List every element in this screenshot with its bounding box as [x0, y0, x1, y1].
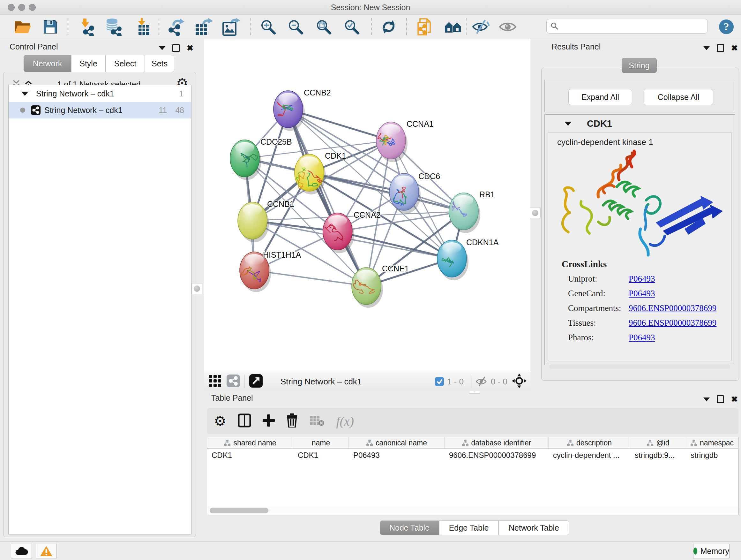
gene-section-header[interactable]: CDK1	[545, 115, 735, 132]
maximize-panel-icon[interactable]	[172, 44, 180, 52]
node-CCNB2[interactable]: CCNB2	[273, 88, 331, 131]
create-column-button[interactable]	[263, 414, 275, 428]
zoom-selected-button[interactable]	[343, 17, 360, 36]
table-cell[interactable]: 9606.ENSP00000378699	[445, 451, 549, 460]
node-RB1[interactable]: RB1	[449, 190, 495, 233]
edge-CCNB2-CCNE1[interactable]	[288, 109, 366, 286]
scrollbar-thumb[interactable]	[210, 508, 268, 513]
edge-HIST1H1A-CCNE1[interactable]	[254, 270, 366, 286]
open-session-button[interactable]	[13, 17, 32, 36]
zoom-in-button[interactable]	[259, 17, 277, 36]
detach-view-button[interactable]	[249, 374, 263, 389]
string-network-graph[interactable]: CCNB2CCNA1CDC25BCDK1CDC6RB1CCNB1CCNA2CDK…	[204, 39, 530, 372]
crosslink-value-link[interactable]: P06493	[629, 333, 655, 343]
cloud-status-button[interactable]	[11, 544, 32, 558]
table-row[interactable]: CDK1CDK1P064939606.ENSP00000378699cyclin…	[207, 449, 738, 461]
crosslink-value-link[interactable]: P06493	[629, 274, 655, 284]
hide-selected-button[interactable]	[472, 17, 490, 36]
network-view-mode-button[interactable]	[226, 374, 240, 388]
function-builder-button[interactable]: f(x)	[336, 414, 354, 429]
svg-text:?: ?	[724, 21, 729, 33]
node-CCNE1[interactable]: CCNE1	[352, 264, 409, 308]
node-CDC25B[interactable]: CDC25B	[230, 137, 292, 180]
tab-string[interactable]: String	[622, 58, 657, 73]
network-row[interactable]: String Network – cdk1 11 48	[9, 102, 191, 118]
tab-edge-table[interactable]: Edge Table	[439, 520, 498, 535]
close-panel-icon[interactable]: ✖	[187, 44, 193, 52]
tab-select[interactable]: Select	[106, 55, 145, 72]
network-canvas[interactable]: CCNB2CCNA1CDC25BCDK1CDC6RB1CCNB1CCNA2CDK…	[204, 39, 530, 372]
import-table-from-file-button[interactable]	[133, 17, 152, 36]
zoom-fit-content-button[interactable]	[315, 17, 333, 36]
table-cell[interactable]: P06493	[349, 451, 445, 460]
tab-style[interactable]: Style	[71, 55, 106, 72]
delete-table-button[interactable]	[309, 415, 325, 428]
left-splitter-handle[interactable]	[192, 283, 202, 294]
selected-checkbox-icon[interactable]	[435, 377, 444, 386]
node-CCNB1[interactable]: CCNB1	[238, 199, 294, 242]
close-panel-icon[interactable]: ✖	[731, 44, 738, 52]
grid-view-button[interactable]	[209, 374, 221, 388]
float-panel-icon[interactable]	[703, 46, 710, 50]
column-header-database-identifier[interactable]: database identifier	[445, 437, 549, 449]
crosslinks-list: Uniprot:P06493GeneCard:P06493Compartment…	[548, 269, 731, 345]
column-header-description[interactable]: description	[549, 437, 630, 449]
table-cell[interactable]: CDK1	[207, 451, 293, 460]
float-panel-icon[interactable]	[703, 397, 710, 401]
table-cell[interactable]: stringdb:9...	[630, 451, 686, 460]
table-cell[interactable]: stringdb	[686, 451, 738, 460]
show-columns-button[interactable]	[238, 414, 251, 429]
memory-button[interactable]: Memory	[693, 544, 730, 558]
collection-expanded-triangle-icon[interactable]	[21, 91, 28, 96]
maximize-panel-icon[interactable]	[717, 395, 724, 403]
section-expanded-triangle-icon[interactable]	[564, 122, 571, 126]
column-header-canonical-name[interactable]: canonical name	[349, 437, 445, 449]
apply-preferred-layout-button[interactable]	[380, 17, 398, 36]
warning-status-button[interactable]	[36, 544, 57, 558]
delete-column-button[interactable]	[286, 414, 298, 429]
node-CCNA1[interactable]: CCNA1	[376, 119, 434, 162]
column-header-name[interactable]: name	[293, 437, 349, 449]
network-collection-row[interactable]: String Network – cdk1 1	[9, 85, 191, 102]
birdseye-view-button[interactable]	[512, 374, 527, 389]
first-neighbors-button[interactable]	[444, 17, 463, 36]
crosslink-value-link[interactable]: P06493	[629, 289, 655, 299]
tab-network-table[interactable]: Network Table	[498, 520, 569, 535]
crosslink-value-link[interactable]: 9606.ENSP00000378699	[629, 318, 717, 328]
node-CDKN1A[interactable]: CDKN1A	[437, 238, 499, 280]
duplicate-network-button[interactable]	[414, 17, 434, 36]
table-cell[interactable]: cyclin-dependent ...	[549, 451, 630, 460]
maximize-panel-icon[interactable]	[717, 44, 724, 52]
table-options-gear-icon[interactable]: ⚙	[214, 414, 226, 428]
close-panel-icon[interactable]: ✖	[731, 395, 738, 403]
float-panel-icon[interactable]	[159, 46, 165, 50]
collapse-all-button[interactable]: Collapse All	[644, 89, 713, 105]
zoom-out-button[interactable]	[286, 17, 305, 36]
expand-all-button[interactable]: Expand All	[568, 89, 632, 105]
column-header--id[interactable]: @id	[630, 437, 686, 449]
right-splitter-handle[interactable]	[530, 207, 541, 219]
column-header-namespac[interactable]: namespac	[686, 437, 738, 449]
table-horizontal-scrollbar[interactable]	[207, 506, 738, 515]
node-CCNA2[interactable]: CCNA2	[323, 210, 381, 253]
node-CDK1[interactable]: CDK1	[294, 151, 346, 194]
tab-node-table[interactable]: Node Table	[380, 520, 439, 535]
results-horizontal-scrollbar[interactable]	[549, 364, 731, 369]
column-header-shared-name[interactable]: shared name	[207, 437, 293, 449]
export-table-button[interactable]	[194, 17, 213, 36]
save-session-button[interactable]	[42, 17, 59, 36]
search-input[interactable]	[559, 21, 708, 31]
show-all-button[interactable]	[498, 17, 517, 36]
node-HIST1H1A[interactable]: HIST1H1A	[240, 250, 301, 292]
table-toolbar: ⚙ f(x)	[207, 408, 738, 434]
table-cell[interactable]: CDK1	[293, 451, 349, 460]
export-image-button[interactable]	[221, 17, 241, 36]
help-button[interactable]: ?	[718, 17, 735, 36]
import-network-from-file-button[interactable]	[77, 17, 96, 36]
tab-network[interactable]: Network	[23, 55, 71, 72]
crosslink-value-link[interactable]: 9606.ENSP00000378699	[629, 303, 717, 313]
tab-sets[interactable]: Sets	[145, 55, 174, 72]
export-network-button[interactable]	[166, 17, 186, 36]
search-field[interactable]	[546, 19, 708, 34]
import-network-from-database-button[interactable]	[104, 17, 123, 36]
